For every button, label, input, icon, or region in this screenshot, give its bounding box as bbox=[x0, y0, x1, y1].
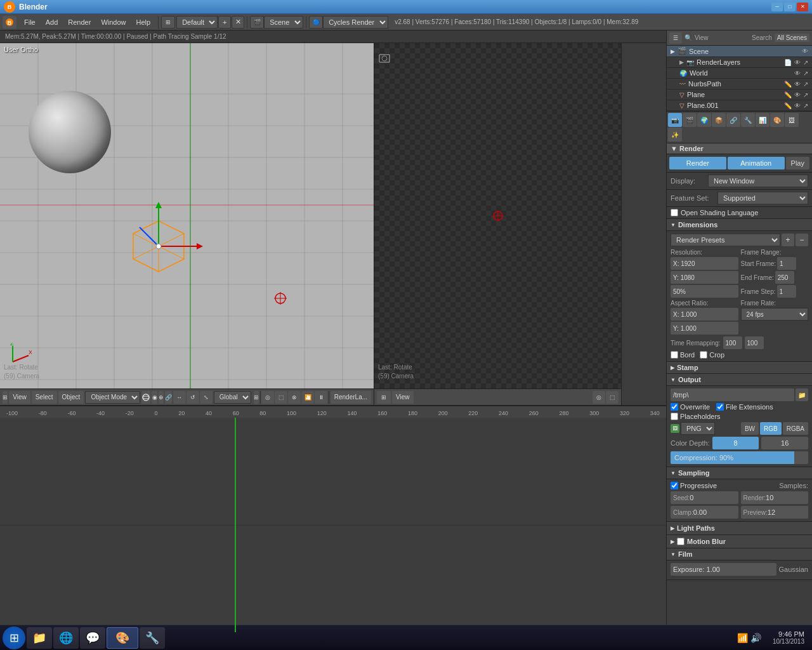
nurbs-cursor-icon[interactable]: ↗ bbox=[803, 81, 808, 88]
format-selector[interactable]: PNG bbox=[681, 422, 715, 435]
prop-icon-data[interactable]: 📊 bbox=[756, 113, 769, 127]
prop-icon-scene[interactable]: 🎬 bbox=[683, 113, 697, 127]
end-frame-val[interactable]: 250 bbox=[775, 271, 794, 284]
nurbs-eye-icon[interactable]: 👁 bbox=[794, 81, 801, 88]
timeline-canvas[interactable] bbox=[0, 418, 666, 632]
depth-8-btn[interactable]: 8 bbox=[712, 437, 759, 449]
outliner-scene[interactable]: ▶ 🎬 Scene 👁 bbox=[667, 46, 812, 57]
crop-checkbox[interactable] bbox=[700, 351, 707, 359]
rgba-btn[interactable]: RGBA bbox=[783, 422, 808, 435]
grid-icon[interactable]: ⊞ bbox=[254, 391, 259, 404]
menu-add[interactable]: Add bbox=[41, 14, 63, 30]
motion-blur-checkbox[interactable] bbox=[677, 538, 684, 545]
menu-help[interactable]: Help bbox=[131, 14, 156, 30]
scene-icon[interactable]: 🎬 bbox=[250, 16, 264, 29]
viewport-right[interactable]: Last: Rotate (59) Camera bbox=[374, 43, 621, 388]
feature-set-dropdown[interactable]: Supported bbox=[717, 192, 808, 204]
workspace-add[interactable]: + bbox=[218, 16, 231, 29]
minimize-button[interactable]: ─ bbox=[771, 3, 783, 11]
taskbar-blender[interactable]: 🎨 bbox=[107, 627, 138, 649]
res-pct-field[interactable]: 50% bbox=[671, 285, 738, 298]
clock-area[interactable]: 9:46 PM 10/13/2013 bbox=[768, 630, 809, 645]
scale-icon[interactable]: ⤡ bbox=[200, 391, 213, 404]
rl-cursor-icon[interactable]: ↗ bbox=[803, 59, 808, 66]
outliner-world[interactable]: 🌍 World 👁 ↗ bbox=[667, 68, 812, 79]
engine-icon[interactable]: 🔵 bbox=[309, 16, 323, 29]
view-menu-r[interactable]: View bbox=[392, 391, 414, 404]
prop-icon-particles[interactable]: ✨ bbox=[668, 128, 682, 142]
time-old-field[interactable]: 100 bbox=[723, 336, 742, 349]
bw-btn[interactable]: BW bbox=[741, 422, 759, 435]
bord-checkbox[interactable] bbox=[671, 351, 678, 359]
world-cursor-icon[interactable]: ↗ bbox=[803, 70, 808, 77]
vp-icon-btn-r[interactable]: ⊞ bbox=[377, 391, 391, 404]
motion-blur-section[interactable]: ▶ Motion Blur bbox=[667, 535, 812, 548]
select-menu[interactable]: Select bbox=[32, 391, 57, 404]
render-button[interactable]: Render bbox=[669, 157, 726, 169]
prop-icon-material[interactable]: 🎨 bbox=[770, 113, 784, 127]
preview-field[interactable]: Preview: 12 bbox=[741, 506, 809, 519]
workspace-remove[interactable]: ✕ bbox=[232, 16, 244, 29]
time-new-field[interactable]: 100 bbox=[745, 336, 764, 349]
presets-add-btn[interactable]: + bbox=[782, 234, 794, 246]
taskbar-skype[interactable]: 💬 bbox=[80, 627, 105, 649]
stamp-section-header[interactable]: ▶ Stamp bbox=[667, 362, 812, 374]
shading-checkbox[interactable] bbox=[671, 209, 678, 216]
prop-icon-world[interactable]: 🌍 bbox=[697, 113, 711, 127]
transform-space[interactable]: Global bbox=[214, 391, 251, 404]
outliner-nurbspath[interactable]: 〰 NurbsPath ✏️ 👁 ↗ bbox=[667, 79, 812, 90]
overwrite-checkbox[interactable] bbox=[671, 403, 678, 411]
plane-eye-icon[interactable]: 👁 bbox=[794, 91, 801, 98]
plane-cursor-icon[interactable]: ↗ bbox=[803, 91, 808, 98]
output-path-input[interactable] bbox=[671, 388, 794, 401]
taskbar-explorer[interactable]: 📁 bbox=[27, 627, 52, 649]
taskbar-settings[interactable]: 🔧 bbox=[140, 627, 165, 649]
play-button[interactable]: Play bbox=[786, 157, 809, 169]
dimensions-section-header[interactable]: ▼ Dimensions bbox=[667, 219, 812, 231]
scene-selector[interactable]: Scene bbox=[264, 16, 303, 29]
scene-eye-icon[interactable]: 👁 bbox=[802, 48, 808, 55]
plane001-eye-icon[interactable]: 👁 bbox=[794, 102, 801, 109]
close-button[interactable]: ✕ bbox=[797, 3, 808, 11]
start-button[interactable]: ⊞ bbox=[3, 627, 25, 649]
exposure-field[interactable]: Exposure: 1.00 bbox=[671, 563, 776, 576]
placeholders-checkbox[interactable] bbox=[671, 413, 678, 420]
asp-y-field[interactable]: Y: 1.000 bbox=[671, 322, 738, 335]
workspace-icon[interactable]: ⊞ bbox=[161, 16, 175, 29]
clamp-field[interactable]: Clamp: 0.00 bbox=[671, 506, 738, 519]
render-samples-field[interactable]: Render: 10 bbox=[741, 491, 809, 504]
menu-window[interactable]: Window bbox=[96, 14, 131, 30]
move-icon[interactable]: ↔ bbox=[173, 391, 186, 404]
all-scenes-btn[interactable]: All Scenes bbox=[775, 34, 809, 42]
start-frame-val[interactable]: 1 bbox=[777, 257, 796, 270]
plane001-cursor-icon[interactable]: ↗ bbox=[803, 102, 808, 109]
blender-logo-btn[interactable]: B bbox=[3, 16, 16, 29]
render-presets[interactable]: Render Presets bbox=[671, 234, 780, 246]
prop-icon-render[interactable]: 📷 bbox=[668, 113, 682, 127]
progressive-checkbox[interactable] bbox=[671, 482, 678, 489]
output-section-header[interactable]: ▼ Output bbox=[667, 374, 812, 386]
outliner-renderlayers[interactable]: ▶ 📷 RenderLayers 📄 👁 ↗ bbox=[667, 57, 812, 68]
film-section-header[interactable]: ▼ Film bbox=[667, 548, 812, 560]
rotate-icon[interactable]: ↺ bbox=[187, 391, 199, 404]
rgb-btn[interactable]: RGB bbox=[760, 422, 782, 435]
world-eye-icon[interactable]: 👁 bbox=[794, 70, 801, 77]
presets-remove-btn[interactable]: − bbox=[796, 234, 808, 246]
display-dropdown[interactable]: New Window bbox=[708, 175, 808, 187]
taskbar-chrome[interactable]: 🌐 bbox=[53, 627, 79, 649]
engine-selector[interactable]: Cycles Render bbox=[323, 16, 388, 29]
outliner-plane[interactable]: ▽ Plane ✏️ 👁 ↗ bbox=[667, 90, 812, 100]
path-browse-btn[interactable]: 📁 bbox=[796, 388, 808, 401]
seed-field[interactable]: Seed: 0 bbox=[671, 491, 738, 504]
res-x-field[interactable]: X: 1920 bbox=[671, 257, 738, 270]
prop-icon-texture[interactable]: 🖼 bbox=[785, 113, 799, 127]
mode-selector[interactable]: Object Mode bbox=[85, 391, 140, 404]
view-menu[interactable]: View bbox=[9, 391, 30, 404]
compression-bar[interactable]: Compression: 90% bbox=[671, 451, 808, 464]
sphere-icon-btn[interactable] bbox=[141, 391, 150, 404]
prop-icon-constraints[interactable]: 🔗 bbox=[726, 113, 740, 127]
object-menu[interactable]: Object bbox=[58, 391, 84, 404]
asp-x-field[interactable]: X: 1.000 bbox=[671, 308, 738, 321]
volume-icon[interactable]: 🔊 bbox=[750, 633, 761, 643]
shading-icon-btn[interactable]: ◉ bbox=[152, 391, 157, 404]
